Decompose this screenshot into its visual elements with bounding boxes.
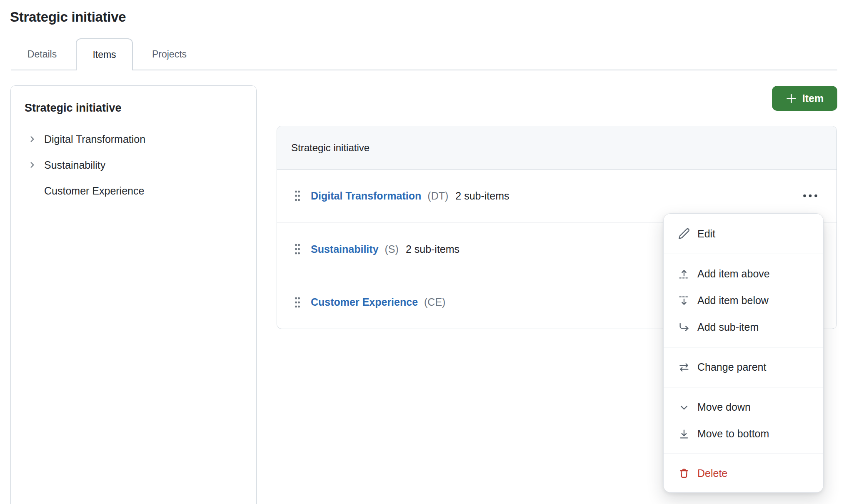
menu-item-add-item-below[interactable]: Add item below bbox=[664, 287, 823, 314]
item-code: (CE) bbox=[424, 296, 445, 308]
menu-item-add-item-above[interactable]: Add item above bbox=[664, 261, 823, 287]
arrow-down-from-line-icon bbox=[678, 295, 690, 307]
tree-item-digital-transformation[interactable]: Digital Transformation bbox=[11, 126, 256, 152]
tree-item-label: Digital Transformation bbox=[44, 133, 145, 145]
chevron-down-icon bbox=[678, 402, 690, 413]
tab-details[interactable]: Details bbox=[17, 38, 67, 70]
page-title: Strategic initiative bbox=[10, 9, 126, 25]
drag-handle-icon[interactable] bbox=[295, 243, 300, 255]
kebab-icon bbox=[803, 194, 818, 197]
item-subitem-count: 2 sub-items bbox=[455, 190, 509, 202]
row-overflow-menu-button[interactable] bbox=[801, 187, 819, 205]
tab-projects[interactable]: Projects bbox=[143, 38, 195, 70]
context-menu: Edit Add item above Add item below A bbox=[663, 213, 824, 493]
plus-icon bbox=[786, 93, 797, 104]
menu-section-delete: Delete bbox=[664, 454, 823, 492]
arrow-to-bottom-icon bbox=[678, 428, 690, 440]
menu-item-edit[interactable]: Edit bbox=[664, 220, 823, 247]
menu-item-move-down[interactable]: Move down bbox=[664, 394, 823, 421]
menu-section-parent: Change parent bbox=[664, 347, 823, 387]
menu-item-add-sub-item[interactable]: Add sub-item bbox=[664, 314, 823, 341]
menu-item-change-parent[interactable]: Change parent bbox=[664, 354, 823, 381]
items-panel-title: Strategic initiative bbox=[291, 142, 370, 154]
menu-section-add: Add item above Add item below Add sub-it… bbox=[664, 254, 823, 347]
tree: Digital Transformation Sustainability Cu… bbox=[11, 126, 256, 204]
tree-item-label: Customer Experience bbox=[44, 185, 144, 197]
menu-section-move: Move down Move to bottom bbox=[664, 387, 823, 454]
menu-item-move-to-bottom[interactable]: Move to bottom bbox=[664, 421, 823, 447]
tree-item-customer-experience[interactable]: Customer Experience bbox=[11, 178, 256, 204]
item-code: (DT) bbox=[427, 190, 448, 202]
drag-handle-icon[interactable] bbox=[295, 190, 300, 202]
trash-icon bbox=[678, 467, 690, 479]
page: Strategic initiative Details Items Proje… bbox=[0, 0, 849, 504]
item-link[interactable]: Customer Experience bbox=[311, 296, 418, 308]
tab-items[interactable]: Items bbox=[76, 38, 133, 70]
items-panel-header: Strategic initiative bbox=[277, 126, 837, 170]
corner-down-right-arrow-icon bbox=[678, 322, 690, 333]
tab-underline bbox=[11, 70, 837, 70]
arrow-up-from-line-icon bbox=[678, 268, 690, 280]
tree-panel: Strategic initiative Digital Transformat… bbox=[10, 85, 257, 504]
drag-handle-icon[interactable] bbox=[295, 297, 300, 308]
item-code: (S) bbox=[385, 243, 399, 255]
item-link[interactable]: Sustainability bbox=[311, 243, 379, 255]
menu-section-edit: Edit bbox=[664, 214, 823, 254]
tree-item-sustainability[interactable]: Sustainability bbox=[11, 152, 256, 178]
item-link[interactable]: Digital Transformation bbox=[311, 190, 421, 202]
tree-item-label: Sustainability bbox=[44, 159, 105, 171]
add-item-button[interactable]: Item bbox=[772, 86, 837, 111]
chevron-right-icon[interactable] bbox=[28, 135, 36, 143]
transfer-arrows-icon bbox=[678, 362, 690, 373]
add-item-label: Item bbox=[802, 92, 824, 105]
tree-heading: Strategic initiative bbox=[25, 102, 122, 115]
chevron-spacer bbox=[28, 187, 36, 195]
menu-item-delete[interactable]: Delete bbox=[664, 460, 823, 487]
chevron-right-icon[interactable] bbox=[28, 161, 36, 169]
pencil-icon bbox=[678, 228, 690, 240]
item-subitem-count: 2 sub-items bbox=[406, 243, 459, 255]
